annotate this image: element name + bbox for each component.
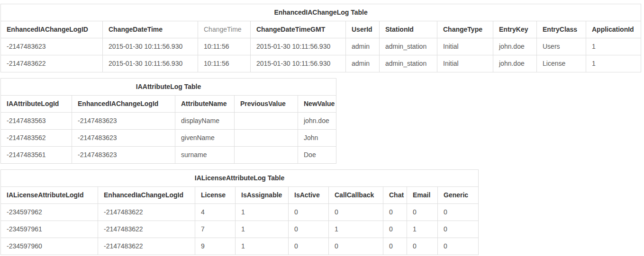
table-cell: 2015-01-30 10:11:56.930 — [103, 38, 198, 55]
table-cell: 9 — [195, 238, 236, 255]
column-header-applicationid: ApplicationId — [586, 21, 641, 38]
table-row: -234597960-21474836229100000 — [1, 238, 479, 255]
column-header-changedatetimegmt: ChangeDateTimeGMT — [251, 21, 346, 38]
table-cell: -2147483561 — [1, 147, 72, 164]
header-row: IALicenseAttributeLogIdEnhancedIaChangeL… — [1, 187, 479, 204]
table-title: IALicenseAttributeLog Table — [1, 170, 479, 187]
table-cell: -2147483623 — [72, 130, 175, 147]
column-header-newvalue: NewValue — [298, 96, 336, 113]
table-title: IAAttributeLog Table — [1, 79, 336, 96]
table-cell: -2147483622 — [98, 221, 195, 238]
table-cell: john.doe — [298, 113, 336, 130]
table-cell: -2147483622 — [98, 204, 195, 221]
table-cell: 1 — [329, 221, 383, 238]
column-header-generic: Generic — [438, 187, 479, 204]
table-cell: givenName — [175, 130, 235, 147]
table-cell: 0 — [329, 238, 383, 255]
column-header-enhancediachangelogid: EnhancedIaChangeLogId — [98, 187, 195, 204]
table-row: -21474836232015-01-30 10:11:56.93010:11:… — [1, 38, 641, 55]
table-cell: Initial — [437, 55, 493, 72]
table-row: -2147483563-2147483623displayNamejohn.do… — [1, 113, 336, 130]
table-row: -234597962-21474836224100000 — [1, 204, 479, 221]
table-cell: -234597962 — [1, 204, 98, 221]
table-cell: -234597961 — [1, 221, 98, 238]
table-cell: 2015-01-30 10:11:56.930 — [251, 38, 346, 55]
column-header-entrykey: EntryKey — [493, 21, 537, 38]
table-row: -21474836222015-01-30 10:11:56.93010:11:… — [1, 55, 641, 72]
table-cell: 1 — [407, 221, 438, 238]
table-cell: 0 — [383, 221, 407, 238]
table-cell: 0 — [438, 221, 479, 238]
table-cell: Doe — [298, 147, 336, 164]
table-cell: displayName — [175, 113, 235, 130]
table-cell: 10:11:56 — [198, 55, 251, 72]
header-row: IAAttributeLogIdEnhancedIAChangeLogIdAtt… — [1, 96, 336, 113]
column-header-email: Email — [407, 187, 438, 204]
table-cell: 1 — [586, 55, 641, 72]
table-cell — [235, 147, 298, 164]
column-header-changetime: ChangeTime — [198, 21, 251, 38]
column-header-chat: Chat — [383, 187, 407, 204]
table-cell: -234597960 — [1, 238, 98, 255]
table-cell: 0 — [383, 204, 407, 221]
table-title-row: EnhancedIAChangeLog Table — [1, 4, 641, 21]
table-cell: admin — [346, 38, 380, 55]
column-header-previousvalue: PreviousValue — [235, 96, 298, 113]
enhanced-ia-changelog-table: EnhancedIAChangeLog TableEnhancedIAChang… — [0, 4, 641, 72]
table-cell: Initial — [437, 38, 493, 55]
table-cell: admin_station — [380, 38, 437, 55]
table-cell: 10:11:56 — [198, 38, 251, 55]
column-header-stationid: StationId — [380, 21, 437, 38]
table-cell: john.doe — [493, 38, 537, 55]
table-cell: 0 — [438, 238, 479, 255]
table-cell: John — [298, 130, 336, 147]
table-cell: surname — [175, 147, 235, 164]
table-cell: -2147483623 — [72, 113, 175, 130]
column-header-ialicenseattributelogid: IALicenseAttributeLogId — [1, 187, 98, 204]
table-cell: 1 — [586, 38, 641, 55]
table-cell: 1 — [236, 221, 289, 238]
table-cell: -2147483622 — [98, 238, 195, 255]
column-header-isassignable: IsAssignable — [236, 187, 289, 204]
table-cell: 0 — [289, 204, 329, 221]
table-cell: License — [537, 55, 586, 72]
table-row: -2147483561-2147483623surnameDoe — [1, 147, 336, 164]
table-title-row: IAAttributeLog Table — [1, 79, 336, 96]
table-cell: 2015-01-30 10:11:56.930 — [251, 55, 346, 72]
table-row: -234597961-21474836227101010 — [1, 221, 479, 238]
table-cell: -2147483562 — [1, 130, 72, 147]
table-cell: john.doe — [493, 55, 537, 72]
table-cell: 0 — [407, 238, 438, 255]
header-row: EnhancedIAChangeLogIDChangeDateTimeChang… — [1, 21, 641, 38]
table-row: -2147483562-2147483623givenNameJohn — [1, 130, 336, 147]
table-cell: 4 — [195, 204, 236, 221]
table-cell: 1 — [236, 238, 289, 255]
column-header-iaattributelogid: IAAttributeLogId — [1, 96, 72, 113]
column-header-enhancediachangelogid: EnhancedIAChangeLogID — [1, 21, 103, 38]
table-cell: -2147483623 — [72, 147, 175, 164]
table-cell: 0 — [289, 238, 329, 255]
table-title: EnhancedIAChangeLog Table — [1, 4, 641, 21]
column-header-license: License — [195, 187, 236, 204]
table-cell: -2147483622 — [1, 55, 103, 72]
table-cell: 0 — [383, 238, 407, 255]
column-header-callcallback: CallCallback — [329, 187, 383, 204]
table-cell: admin_station — [380, 55, 437, 72]
column-header-changedatetime: ChangeDateTime — [103, 21, 198, 38]
table-cell: 0 — [438, 204, 479, 221]
table-cell: Users — [537, 38, 586, 55]
table-cell: 2015-01-30 10:11:56.930 — [103, 55, 198, 72]
table-cell: 1 — [236, 204, 289, 221]
table-cell: admin — [346, 55, 380, 72]
column-header-enhancediachangelogid: EnhancedIAChangeLogId — [72, 96, 175, 113]
table-cell — [235, 113, 298, 130]
table-cell: 0 — [289, 221, 329, 238]
table-title-row: IALicenseAttributeLog Table — [1, 170, 479, 187]
ia-license-attribute-log-table: IALicenseAttributeLog TableIALicenseAttr… — [0, 169, 479, 255]
column-header-changetype: ChangeType — [437, 21, 493, 38]
table-cell: 0 — [407, 204, 438, 221]
column-header-entryclass: EntryClass — [537, 21, 586, 38]
table-cell: -2147483623 — [1, 38, 103, 55]
column-header-userid: UserId — [346, 21, 380, 38]
column-header-attributename: AttributeName — [175, 96, 235, 113]
